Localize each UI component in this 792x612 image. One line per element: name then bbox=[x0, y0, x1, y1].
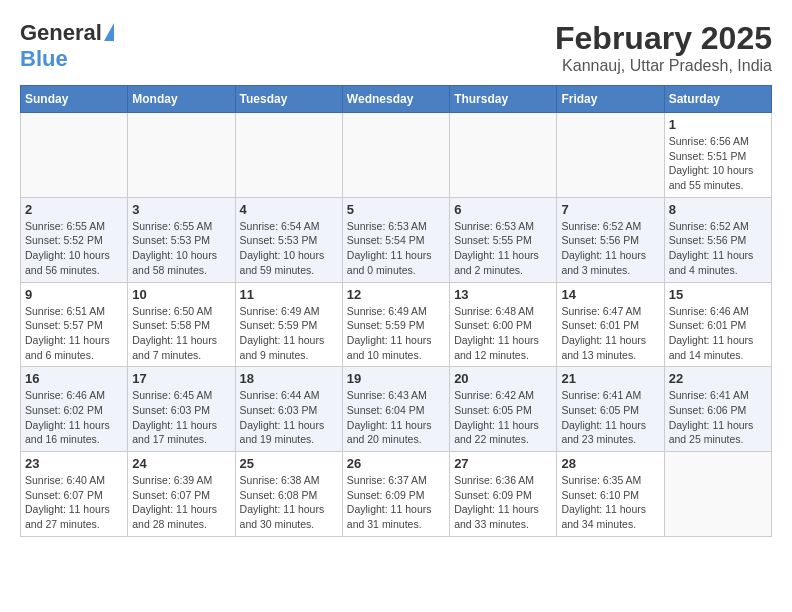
calendar-cell bbox=[664, 452, 771, 537]
calendar-cell: 13Sunrise: 6:48 AM Sunset: 6:00 PM Dayli… bbox=[450, 282, 557, 367]
calendar-cell bbox=[557, 113, 664, 198]
day-info: Sunrise: 6:53 AM Sunset: 5:55 PM Dayligh… bbox=[454, 219, 552, 278]
calendar-cell: 11Sunrise: 6:49 AM Sunset: 5:59 PM Dayli… bbox=[235, 282, 342, 367]
day-info: Sunrise: 6:41 AM Sunset: 6:06 PM Dayligh… bbox=[669, 388, 767, 447]
day-info: Sunrise: 6:42 AM Sunset: 6:05 PM Dayligh… bbox=[454, 388, 552, 447]
day-info: Sunrise: 6:47 AM Sunset: 6:01 PM Dayligh… bbox=[561, 304, 659, 363]
day-info: Sunrise: 6:52 AM Sunset: 5:56 PM Dayligh… bbox=[561, 219, 659, 278]
day-info: Sunrise: 6:45 AM Sunset: 6:03 PM Dayligh… bbox=[132, 388, 230, 447]
calendar-cell: 23Sunrise: 6:40 AM Sunset: 6:07 PM Dayli… bbox=[21, 452, 128, 537]
logo: General Blue bbox=[20, 20, 114, 72]
calendar-cell: 1Sunrise: 6:56 AM Sunset: 5:51 PM Daylig… bbox=[664, 113, 771, 198]
page-header: General Blue February 2025 Kannauj, Utta… bbox=[20, 20, 772, 75]
calendar-cell: 16Sunrise: 6:46 AM Sunset: 6:02 PM Dayli… bbox=[21, 367, 128, 452]
calendar-cell: 9Sunrise: 6:51 AM Sunset: 5:57 PM Daylig… bbox=[21, 282, 128, 367]
day-of-week-tuesday: Tuesday bbox=[235, 86, 342, 113]
day-info: Sunrise: 6:39 AM Sunset: 6:07 PM Dayligh… bbox=[132, 473, 230, 532]
calendar-week-row: 9Sunrise: 6:51 AM Sunset: 5:57 PM Daylig… bbox=[21, 282, 772, 367]
day-number: 16 bbox=[25, 371, 123, 386]
day-info: Sunrise: 6:36 AM Sunset: 6:09 PM Dayligh… bbox=[454, 473, 552, 532]
day-number: 25 bbox=[240, 456, 338, 471]
day-info: Sunrise: 6:53 AM Sunset: 5:54 PM Dayligh… bbox=[347, 219, 445, 278]
calendar-cell bbox=[235, 113, 342, 198]
day-number: 23 bbox=[25, 456, 123, 471]
calendar-cell: 15Sunrise: 6:46 AM Sunset: 6:01 PM Dayli… bbox=[664, 282, 771, 367]
calendar-cell: 14Sunrise: 6:47 AM Sunset: 6:01 PM Dayli… bbox=[557, 282, 664, 367]
day-number: 3 bbox=[132, 202, 230, 217]
calendar-week-row: 23Sunrise: 6:40 AM Sunset: 6:07 PM Dayli… bbox=[21, 452, 772, 537]
day-number: 11 bbox=[240, 287, 338, 302]
day-info: Sunrise: 6:41 AM Sunset: 6:05 PM Dayligh… bbox=[561, 388, 659, 447]
day-number: 2 bbox=[25, 202, 123, 217]
calendar-cell: 3Sunrise: 6:55 AM Sunset: 5:53 PM Daylig… bbox=[128, 197, 235, 282]
calendar-cell: 12Sunrise: 6:49 AM Sunset: 5:59 PM Dayli… bbox=[342, 282, 449, 367]
day-number: 8 bbox=[669, 202, 767, 217]
calendar-cell: 7Sunrise: 6:52 AM Sunset: 5:56 PM Daylig… bbox=[557, 197, 664, 282]
day-number: 7 bbox=[561, 202, 659, 217]
day-of-week-monday: Monday bbox=[128, 86, 235, 113]
day-info: Sunrise: 6:51 AM Sunset: 5:57 PM Dayligh… bbox=[25, 304, 123, 363]
calendar-cell bbox=[21, 113, 128, 198]
day-number: 20 bbox=[454, 371, 552, 386]
calendar-cell: 8Sunrise: 6:52 AM Sunset: 5:56 PM Daylig… bbox=[664, 197, 771, 282]
calendar-cell: 18Sunrise: 6:44 AM Sunset: 6:03 PM Dayli… bbox=[235, 367, 342, 452]
calendar-cell: 28Sunrise: 6:35 AM Sunset: 6:10 PM Dayli… bbox=[557, 452, 664, 537]
day-number: 27 bbox=[454, 456, 552, 471]
day-info: Sunrise: 6:49 AM Sunset: 5:59 PM Dayligh… bbox=[240, 304, 338, 363]
day-number: 13 bbox=[454, 287, 552, 302]
calendar-cell: 27Sunrise: 6:36 AM Sunset: 6:09 PM Dayli… bbox=[450, 452, 557, 537]
day-number: 9 bbox=[25, 287, 123, 302]
day-of-week-friday: Friday bbox=[557, 86, 664, 113]
calendar-table: SundayMondayTuesdayWednesdayThursdayFrid… bbox=[20, 85, 772, 537]
day-info: Sunrise: 6:46 AM Sunset: 6:01 PM Dayligh… bbox=[669, 304, 767, 363]
day-info: Sunrise: 6:54 AM Sunset: 5:53 PM Dayligh… bbox=[240, 219, 338, 278]
day-number: 17 bbox=[132, 371, 230, 386]
day-info: Sunrise: 6:50 AM Sunset: 5:58 PM Dayligh… bbox=[132, 304, 230, 363]
calendar-week-row: 16Sunrise: 6:46 AM Sunset: 6:02 PM Dayli… bbox=[21, 367, 772, 452]
day-number: 18 bbox=[240, 371, 338, 386]
day-info: Sunrise: 6:55 AM Sunset: 5:53 PM Dayligh… bbox=[132, 219, 230, 278]
day-info: Sunrise: 6:44 AM Sunset: 6:03 PM Dayligh… bbox=[240, 388, 338, 447]
calendar-cell bbox=[342, 113, 449, 198]
logo-blue-text: Blue bbox=[20, 46, 68, 72]
day-number: 5 bbox=[347, 202, 445, 217]
calendar-cell: 20Sunrise: 6:42 AM Sunset: 6:05 PM Dayli… bbox=[450, 367, 557, 452]
day-number: 26 bbox=[347, 456, 445, 471]
day-info: Sunrise: 6:38 AM Sunset: 6:08 PM Dayligh… bbox=[240, 473, 338, 532]
day-info: Sunrise: 6:40 AM Sunset: 6:07 PM Dayligh… bbox=[25, 473, 123, 532]
calendar-cell: 4Sunrise: 6:54 AM Sunset: 5:53 PM Daylig… bbox=[235, 197, 342, 282]
calendar-cell: 17Sunrise: 6:45 AM Sunset: 6:03 PM Dayli… bbox=[128, 367, 235, 452]
calendar-week-row: 2Sunrise: 6:55 AM Sunset: 5:52 PM Daylig… bbox=[21, 197, 772, 282]
calendar-cell: 22Sunrise: 6:41 AM Sunset: 6:06 PM Dayli… bbox=[664, 367, 771, 452]
day-info: Sunrise: 6:43 AM Sunset: 6:04 PM Dayligh… bbox=[347, 388, 445, 447]
calendar-cell: 10Sunrise: 6:50 AM Sunset: 5:58 PM Dayli… bbox=[128, 282, 235, 367]
logo-general-text: General bbox=[20, 20, 102, 46]
day-number: 6 bbox=[454, 202, 552, 217]
day-info: Sunrise: 6:48 AM Sunset: 6:00 PM Dayligh… bbox=[454, 304, 552, 363]
day-info: Sunrise: 6:56 AM Sunset: 5:51 PM Dayligh… bbox=[669, 134, 767, 193]
location-text: Kannauj, Uttar Pradesh, India bbox=[555, 57, 772, 75]
calendar-cell: 19Sunrise: 6:43 AM Sunset: 6:04 PM Dayli… bbox=[342, 367, 449, 452]
day-number: 24 bbox=[132, 456, 230, 471]
day-of-week-thursday: Thursday bbox=[450, 86, 557, 113]
calendar-cell: 5Sunrise: 6:53 AM Sunset: 5:54 PM Daylig… bbox=[342, 197, 449, 282]
day-number: 28 bbox=[561, 456, 659, 471]
calendar-week-row: 1Sunrise: 6:56 AM Sunset: 5:51 PM Daylig… bbox=[21, 113, 772, 198]
day-number: 21 bbox=[561, 371, 659, 386]
day-number: 15 bbox=[669, 287, 767, 302]
day-number: 19 bbox=[347, 371, 445, 386]
calendar-cell: 26Sunrise: 6:37 AM Sunset: 6:09 PM Dayli… bbox=[342, 452, 449, 537]
day-of-week-wednesday: Wednesday bbox=[342, 86, 449, 113]
day-number: 12 bbox=[347, 287, 445, 302]
day-of-week-saturday: Saturday bbox=[664, 86, 771, 113]
calendar-header-row: SundayMondayTuesdayWednesdayThursdayFrid… bbox=[21, 86, 772, 113]
day-info: Sunrise: 6:49 AM Sunset: 5:59 PM Dayligh… bbox=[347, 304, 445, 363]
day-number: 22 bbox=[669, 371, 767, 386]
calendar-cell: 24Sunrise: 6:39 AM Sunset: 6:07 PM Dayli… bbox=[128, 452, 235, 537]
day-number: 1 bbox=[669, 117, 767, 132]
calendar-cell: 6Sunrise: 6:53 AM Sunset: 5:55 PM Daylig… bbox=[450, 197, 557, 282]
title-area: February 2025 Kannauj, Uttar Pradesh, In… bbox=[555, 20, 772, 75]
day-number: 4 bbox=[240, 202, 338, 217]
logo-triangle-icon bbox=[104, 23, 114, 41]
calendar-cell: 21Sunrise: 6:41 AM Sunset: 6:05 PM Dayli… bbox=[557, 367, 664, 452]
